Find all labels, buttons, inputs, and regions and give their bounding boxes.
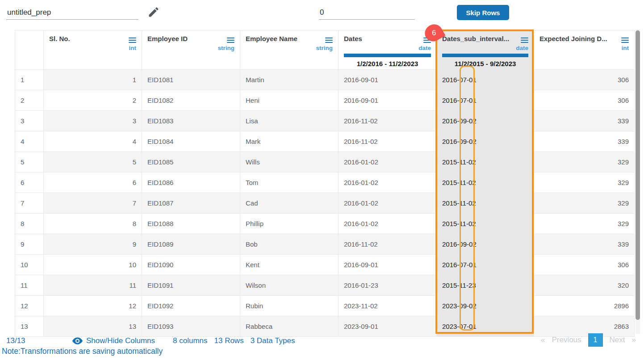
column-type: date: [442, 45, 528, 51]
cell-employee-name: Tom: [240, 172, 339, 193]
column-header-sl-no[interactable]: Sl. No. int: [44, 31, 142, 70]
cell-expected-joining: 329: [534, 172, 635, 193]
cell-dates-sub-interval: 2023-07-01: [437, 316, 534, 336]
cell-dates-sub-interval: 2016-09-02: [437, 131, 534, 151]
vertical-scrollbar-track[interactable]: [636, 29, 640, 334]
cell-employee-id: EID1083: [142, 110, 240, 131]
app-root: Skip Rows Sl. No. int Employee ID: [0, 0, 644, 361]
cell-expected-joining: 329: [534, 151, 635, 172]
column-type: int: [49, 45, 136, 51]
cell-dates-sub-interval: 2016-07-01: [437, 254, 534, 275]
cell-employee-id: EID1081: [142, 69, 240, 90]
vertical-scrollbar-thumb[interactable]: [636, 30, 640, 320]
cell-dates-sub-interval: 2016-09-02: [437, 110, 534, 131]
table-row: 77EID1087Cad2016-01-022015-11-02329: [15, 193, 635, 213]
row-index: 3: [15, 110, 44, 131]
rows-count[interactable]: 13 Rows: [214, 336, 244, 345]
prep-name-input[interactable]: [6, 5, 138, 20]
cell-employee-name: Mark: [240, 131, 339, 151]
cell-expected-joining: 339: [534, 110, 635, 131]
cell-dates-sub-interval: 2016-07-01: [437, 69, 534, 90]
cell-dates: 2016-09-01: [339, 254, 437, 275]
cell-employee-name: Lisa: [240, 110, 339, 131]
column-label: Employee ID: [147, 35, 188, 42]
cell-dates: 2016-11-02: [339, 131, 437, 151]
show-hide-columns-label: Show/Hide Columns: [86, 336, 155, 345]
row-index: 10: [15, 254, 44, 275]
column-header-employee-name[interactable]: Employee Name string: [240, 31, 339, 70]
previous-arrow[interactable]: «: [541, 336, 545, 344]
pagination: « Previous 1 Next »: [541, 333, 636, 347]
cell-sl-no: 1: [44, 69, 142, 90]
cell-employee-id: EID1090: [142, 254, 240, 275]
date-range-bar: [344, 54, 431, 57]
cell-employee-id: EID1086: [142, 172, 240, 193]
row-index: 13: [15, 316, 44, 336]
columns-count[interactable]: 8 columns: [173, 336, 207, 345]
column-menu-icon[interactable]: [621, 36, 629, 44]
column-type: date: [344, 45, 431, 51]
table-row: 55EID1085Wills2016-01-022015-11-02329: [15, 151, 635, 172]
column-label: Expected Joining D...: [539, 35, 607, 42]
summary-counts: 8 columns 13 Rows 3 Data Types: [173, 336, 295, 345]
column-header-employee-id[interactable]: Employee ID string: [142, 31, 240, 70]
column-header-dates[interactable]: Dates date 1/2/2016 - 11/2/2023: [339, 31, 437, 70]
cell-dates: 2016-09-01: [339, 90, 437, 110]
eye-icon: [72, 337, 83, 344]
cell-sl-no: 13: [44, 316, 142, 336]
column-menu-icon[interactable]: [521, 36, 528, 44]
column-type: int: [539, 45, 629, 51]
cell-dates-sub-interval: 2015-11-23: [437, 275, 534, 295]
cell-expected-joining: 2896: [534, 295, 635, 316]
cell-sl-no: 4: [44, 131, 142, 151]
skip-rows-button[interactable]: Skip Rows: [457, 5, 509, 20]
cell-dates-sub-interval: 2023-09-02: [437, 295, 534, 316]
cell-expected-joining: 306: [534, 90, 635, 110]
row-index: 8: [15, 213, 44, 234]
cell-dates: 2016-01-02: [339, 213, 437, 234]
cell-employee-id: EID1085: [142, 151, 240, 172]
cell-employee-id: EID1087: [142, 193, 240, 213]
cell-sl-no: 9: [44, 234, 142, 254]
row-index-header: [15, 31, 44, 70]
cell-employee-name: Bob: [240, 234, 339, 254]
next-button[interactable]: Next: [610, 336, 625, 344]
cell-sl-no: 11: [44, 275, 142, 295]
table-row: 11EID1081Martin2016-09-012016-07-01306: [15, 69, 635, 90]
cell-employee-id: EID1088: [142, 213, 240, 234]
cell-dates: 2023-11-02: [339, 295, 437, 316]
column-header-dates-sub-interval[interactable]: Dates_sub_interval... date 11/2/2015 - 9…: [437, 31, 534, 70]
cell-employee-id: EID1084: [142, 131, 240, 151]
table-row: 1212EID1092Rubin2023-11-022023-09-022896: [15, 295, 635, 316]
show-hide-columns-link[interactable]: Show/Hide Columns: [72, 336, 155, 345]
column-menu-icon[interactable]: [325, 36, 333, 44]
cell-dates-sub-interval: 2015-11-02: [437, 172, 534, 193]
cell-expected-joining: 320: [534, 275, 635, 295]
row-index: 2: [15, 90, 44, 110]
previous-button[interactable]: Previous: [552, 336, 581, 344]
table-row: 88EID1088Phillip2016-01-022015-11-02329: [15, 213, 635, 234]
datatypes-count[interactable]: 3 Data Types: [251, 336, 295, 345]
cell-sl-no: 10: [44, 254, 142, 275]
current-page-button[interactable]: 1: [588, 333, 603, 347]
cell-dates-sub-interval: 2016-09-02: [437, 234, 534, 254]
column-menu-icon[interactable]: [129, 36, 136, 44]
next-arrow[interactable]: »: [632, 336, 636, 344]
edit-pencil-icon[interactable]: [147, 6, 160, 18]
table-row: 22EID1082Heni2016-09-012016-07-01306: [15, 90, 635, 110]
cell-dates: 2016-01-23: [339, 275, 437, 295]
step-count-value: 6: [432, 29, 436, 37]
row-index: 11: [15, 275, 44, 295]
table-row: 99EID1089Bob2016-11-022016-09-02339: [15, 234, 635, 254]
cell-employee-id: EID1082: [142, 90, 240, 110]
cell-employee-name: Rubin: [240, 295, 339, 316]
column-label: Dates_sub_interval...: [442, 35, 509, 42]
column-header-expected-joining[interactable]: Expected Joining D... int: [534, 31, 635, 70]
cell-dates-sub-interval: 2015-11-02: [437, 193, 534, 213]
date-range-label: 1/2/2016 - 11/2/2023: [344, 60, 431, 67]
table-row: 1010EID1090Kent2016-09-012016-07-01306: [15, 254, 635, 275]
cell-employee-id: EID1093: [142, 316, 240, 336]
footer-bar: 13/13 Show/Hide Columns 8 columns 13 Row…: [6, 334, 295, 348]
skip-rows-input[interactable]: [319, 5, 415, 20]
column-menu-icon[interactable]: [227, 36, 234, 44]
